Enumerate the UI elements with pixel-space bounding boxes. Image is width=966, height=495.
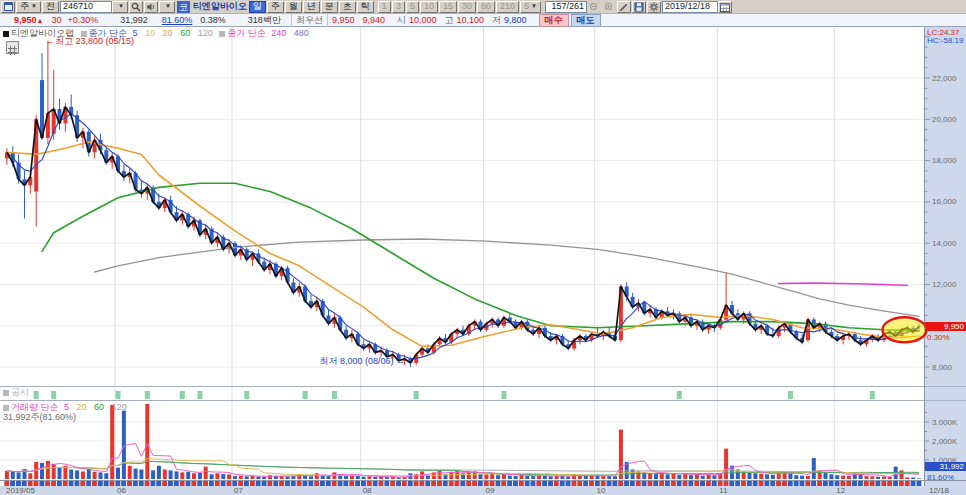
price-volume-chart[interactable]: 22,00020,00018,00016,00014,00012,0008,00… [0, 27, 966, 495]
svg-text:16,000: 16,000 [932, 197, 957, 206]
chart-type-select[interactable]: 주▼ [16, 1, 41, 13]
interval-buttons: 13510153060210 [378, 1, 520, 13]
chevron-down-icon: ▼ [118, 1, 124, 12]
svg-text:20,000: 20,000 [932, 115, 957, 124]
quote-bar: 9,950 ▲ 30 +0.30% 31,992 81.60% 0.38% 31… [0, 14, 966, 27]
chart-area: 22,00020,00018,00016,00014,00012,0008,00… [0, 27, 966, 495]
open-label: 시 [397, 14, 406, 27]
legend-vma20: 20 [77, 402, 87, 412]
chart-tool-icon[interactable] [6, 41, 19, 54]
up-arrow-icon: ▲ [37, 17, 44, 24]
svg-text:12: 12 [836, 486, 845, 495]
svg-text:14,000: 14,000 [932, 239, 957, 248]
edit-tool-icon[interactable] [617, 1, 631, 13]
svg-text:11: 11 [719, 486, 728, 495]
legend-ma240: 240 [271, 28, 286, 38]
current-volume-pct: 81.60% [927, 473, 954, 482]
svg-text:09: 09 [485, 486, 494, 495]
tick-count-select[interactable]: 5▼ [520, 1, 541, 13]
low-label: 저 [492, 14, 501, 27]
period-button-일[interactable]: 일 [249, 1, 266, 13]
chart-toolbar: 주▼ 전 246710 ▼ ▼ 코 티엔알바이오 일주월년분초틱 1351015… [0, 0, 966, 14]
best-quote-label: 최우선 [291, 14, 328, 27]
interval-button-15[interactable]: 15 [439, 1, 457, 13]
interval-button-3[interactable]: 3 [392, 1, 405, 13]
legend-ma60: 60 [180, 28, 190, 38]
candle-counter: 157/261 [545, 1, 587, 13]
interval-button-210[interactable]: 210 [496, 1, 519, 13]
interval-button-1[interactable]: 1 [378, 1, 391, 13]
high-label: 고 [444, 14, 453, 27]
calendar-icon[interactable] [718, 1, 732, 13]
open-price: 10,000 [409, 15, 437, 25]
buy-button[interactable]: 매수 [539, 14, 569, 27]
high-annotation: ←최고 23,800 (05/15) [46, 37, 134, 46]
gongsi-label: 공시 [11, 387, 29, 397]
gongsi-swatch [3, 390, 9, 396]
current-price: 9,950 [14, 15, 37, 25]
close-line-swatch [3, 31, 9, 37]
period-button-년[interactable]: 년 [303, 1, 320, 13]
period-button-분[interactable]: 분 [321, 1, 338, 13]
volume-ma-label: 거래량 단순 [11, 402, 59, 412]
volume-legend: 거래량 단순 5 20 60 120 31,992주(81.60%) [3, 403, 127, 422]
volume-value: 31,992 [120, 15, 148, 25]
svg-text:12,000: 12,000 [932, 280, 957, 289]
legend-ma10: 10 [145, 28, 155, 38]
code-dropdown-button[interactable]: ▼ [112, 1, 128, 13]
zoom-out-icon[interactable] [587, 1, 601, 13]
volume-current-text: 31,992주(81.60%) [3, 413, 127, 422]
price-change-pct: +0.30% [67, 15, 98, 25]
volume-ratio: 0.38% [200, 15, 226, 25]
period-button-월[interactable]: 월 [285, 1, 302, 13]
stock-name: 티엔알바이오 [193, 0, 247, 13]
chevron-down-icon: ▼ [31, 1, 37, 12]
interval-button-5[interactable]: 5 [406, 1, 419, 13]
save-icon[interactable] [632, 1, 646, 13]
sound-dropdown-button[interactable]: ▼ [159, 1, 175, 13]
legend-ma-label2: 종가 단순 [227, 28, 266, 38]
svg-text:3,000K: 3,000K [932, 418, 958, 427]
svg-text:22,000: 22,000 [932, 74, 957, 83]
best-bid: 9,940 [362, 15, 385, 25]
legend-vma60: 60 [94, 402, 104, 412]
sound-icon[interactable] [144, 1, 158, 13]
svg-text:2019/05: 2019/05 [6, 486, 35, 495]
period-button-초[interactable]: 초 [339, 1, 356, 13]
legend-ma480: 480 [294, 28, 309, 38]
low-price: 9,800 [504, 15, 527, 25]
svg-text:12/18: 12/18 [929, 486, 950, 495]
best-ask: 9,950 [332, 15, 355, 25]
settings-gear-icon[interactable] [647, 1, 661, 13]
window-icon[interactable] [1, 1, 15, 13]
period-button-주[interactable]: 주 [267, 1, 284, 13]
date-input[interactable]: 2019/12/18 [662, 1, 718, 13]
svg-text:8,000: 8,000 [932, 363, 953, 372]
period-button-틱[interactable]: 틱 [357, 1, 374, 13]
search-icon[interactable] [129, 1, 143, 13]
turnover-pct[interactable]: 81.60% [162, 15, 193, 25]
interval-button-60[interactable]: 60 [477, 1, 495, 13]
svg-text:06: 06 [117, 486, 126, 495]
low-annotation: 최저 8,000 (08/06) → [250, 357, 405, 366]
svg-text:10: 10 [597, 486, 606, 495]
svg-text:18,000: 18,000 [932, 156, 957, 165]
legend-vma120: 120 [112, 402, 127, 412]
sell-button[interactable]: 매도 [571, 14, 601, 27]
legend-ma120: 120 [198, 28, 213, 38]
gongsi-legend: 공시 [3, 388, 29, 397]
current-volume-marker: 31,992 [925, 462, 966, 471]
svg-text:2,000K: 2,000K [932, 437, 958, 446]
stock-code-input[interactable]: 246710 [60, 1, 112, 13]
legend-ma20: 20 [163, 28, 173, 38]
interval-button-10[interactable]: 10 [420, 1, 438, 13]
jeon-button[interactable]: 전 [42, 1, 59, 13]
market-badge: 코 [177, 1, 190, 13]
svg-text:07: 07 [234, 486, 243, 495]
current-price-marker: 9,950 [925, 322, 966, 331]
lc-hc-indicator: LC:24.37 HC:-58.19 [927, 29, 963, 45]
zoom-in-icon[interactable] [602, 1, 616, 13]
interval-button-30[interactable]: 30 [458, 1, 476, 13]
period-buttons: 일주월년분초틱 [249, 1, 375, 13]
svg-text:08: 08 [363, 486, 372, 495]
